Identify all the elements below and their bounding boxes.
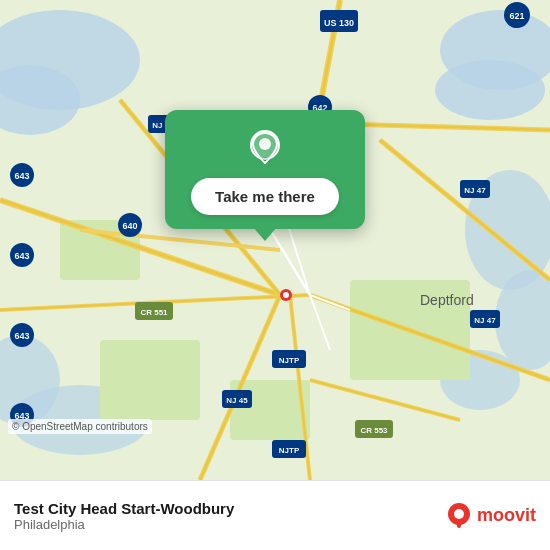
location-name: Test City Head Start-Woodbury <box>14 500 445 517</box>
svg-text:CR 553: CR 553 <box>360 426 388 435</box>
moovit-label: moovit <box>477 505 536 526</box>
svg-text:643: 643 <box>14 171 29 181</box>
svg-text:NJTP: NJTP <box>279 446 300 455</box>
svg-point-73 <box>283 292 289 298</box>
svg-text:NJ 47: NJ 47 <box>474 316 496 325</box>
svg-point-78 <box>454 509 464 519</box>
map-container: US 130 621 NJ 44 642 NJ 47 NJ 47 643 643… <box>0 0 550 480</box>
take-me-there-button[interactable]: Take me there <box>191 178 339 215</box>
svg-rect-12 <box>100 340 200 420</box>
svg-text:NJTP: NJTP <box>279 356 300 365</box>
svg-rect-79 <box>457 522 461 528</box>
svg-text:Deptford: Deptford <box>420 292 474 308</box>
svg-text:621: 621 <box>509 11 524 21</box>
svg-text:640: 640 <box>122 221 137 231</box>
osm-attribution: © OpenStreetMap contributors <box>8 419 152 434</box>
location-info: Test City Head Start-Woodbury Philadelph… <box>14 500 445 532</box>
svg-text:643: 643 <box>14 251 29 261</box>
moovit-logo: moovit <box>445 502 536 530</box>
svg-text:643: 643 <box>14 331 29 341</box>
location-pin-icon <box>245 128 285 168</box>
bottom-bar: Test City Head Start-Woodbury Philadelph… <box>0 480 550 550</box>
svg-text:NJ 47: NJ 47 <box>464 186 486 195</box>
svg-text:US 130: US 130 <box>324 18 354 28</box>
moovit-icon <box>445 502 473 530</box>
popup-card: Take me there <box>165 110 365 229</box>
svg-text:CR 551: CR 551 <box>140 308 168 317</box>
svg-text:NJ 45: NJ 45 <box>226 396 248 405</box>
svg-point-4 <box>435 60 545 120</box>
svg-point-75 <box>259 138 271 150</box>
location-city: Philadelphia <box>14 517 445 532</box>
